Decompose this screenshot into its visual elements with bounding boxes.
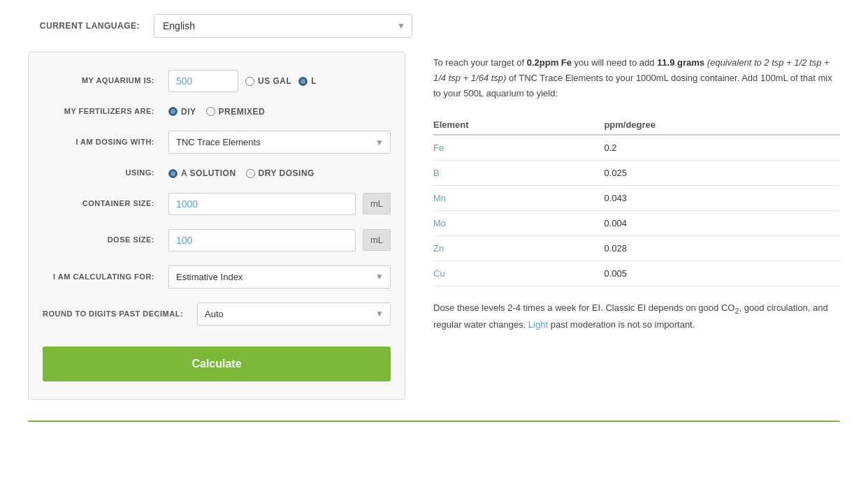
table-row: Mo0.004 — [433, 211, 840, 236]
solution-label: A SOLUTION — [181, 168, 236, 178]
rounding-select[interactable]: Auto 0 1 2 3 4 — [197, 302, 391, 326]
fertilizers-label: MY FERTILIZERS ARE: — [43, 106, 154, 117]
container-controls: mL — [168, 193, 391, 215]
usgal-label: US GAL — [258, 76, 291, 86]
aquarium-label: MY AQUARIUM IS: — [43, 75, 154, 86]
premixed-radio-label[interactable]: PREMIXED — [206, 107, 266, 117]
dosing-row: I AM DOSING WITH: TNC Trace Elements ▼ — [43, 131, 391, 154]
solution-radio[interactable] — [168, 169, 178, 178]
language-select[interactable]: EnglishSpanishFrenchGermanPortuguese — [154, 14, 412, 38]
dose-label: DOSE SIZE: — [43, 235, 154, 245]
footer-pre: Dose these levels 2-4 times a week for E… — [433, 302, 735, 313]
element-cell: Zn — [433, 236, 604, 261]
element-column-header: Element — [433, 115, 604, 135]
fertilizers-controls: DIY PREMIXED — [168, 107, 391, 117]
dosing-select[interactable]: TNC Trace Elements — [168, 131, 391, 154]
dosing-label: I AM DOSING WITH: — [43, 137, 154, 147]
ppm-cell: 0.025 — [604, 161, 840, 186]
calculating-label: I AM CALCULATING FOR: — [43, 272, 154, 282]
container-input[interactable] — [168, 193, 356, 215]
results-table-body: Fe0.2B0.025Mn0.043Mo0.004Zn0.028Cu0.005 — [433, 135, 840, 286]
ppm-cell: 0.028 — [604, 236, 840, 261]
table-header: Element ppm/degree — [433, 115, 840, 135]
ppm-cell: 0.005 — [604, 261, 840, 286]
result-summary: To reach your target of 0.2ppm Fe you wi… — [433, 55, 839, 101]
premixed-radio[interactable] — [206, 107, 215, 116]
language-selector[interactable]: EnglishSpanishFrenchGermanPortuguese ▼ — [154, 14, 412, 38]
dose-input[interactable] — [168, 229, 356, 251]
calculator-panel: MY AQUARIUM IS: US GAL L MY FERTILIZERS … — [28, 52, 405, 400]
dry-radio[interactable] — [246, 169, 255, 178]
dry-radio-label[interactable]: DRY DOSING — [246, 168, 314, 178]
table-row: Zn0.028 — [433, 236, 840, 261]
container-row: CONTAINER SIZE: mL — [43, 193, 391, 215]
using-row: USING: A SOLUTION DRY DOSING — [43, 168, 391, 178]
element-cell: Cu — [433, 261, 604, 286]
premixed-label: PREMIXED — [219, 107, 266, 117]
rounding-row: ROUND TO DIGITS PAST DECIMAL: Auto 0 1 2… — [43, 302, 391, 326]
aquarium-input[interactable] — [168, 70, 238, 92]
solution-radio-label[interactable]: A SOLUTION — [168, 168, 236, 178]
table-row: Cu0.005 — [433, 261, 840, 286]
diy-label: DIY — [181, 107, 196, 117]
language-label: CURRENT LANGUAGE: — [28, 21, 140, 31]
ppm-column-header: ppm/degree — [604, 115, 840, 135]
dosing-select-wrapper[interactable]: TNC Trace Elements ▼ — [168, 131, 391, 154]
ppm-cell: 0.043 — [604, 186, 840, 211]
bottom-divider — [28, 421, 840, 422]
light-highlight: Light — [528, 319, 548, 330]
ppm-cell: 0.004 — [604, 211, 840, 236]
dry-label: DRY DOSING — [259, 168, 314, 178]
usgal-radio-label[interactable]: US GAL — [245, 76, 291, 86]
summary-pre: To reach your target of — [433, 57, 527, 68]
table-row: B0.025 — [433, 161, 840, 186]
using-label: USING: — [43, 168, 154, 178]
litre-radio-label[interactable]: L — [298, 76, 317, 86]
usgal-radio[interactable] — [245, 77, 254, 86]
aquarium-row: MY AQUARIUM IS: US GAL L — [43, 70, 391, 92]
calculating-select-wrapper[interactable]: Estimative Index ▼ — [168, 265, 391, 289]
ppm-cell: 0.2 — [604, 135, 840, 161]
diy-radio[interactable] — [168, 107, 178, 116]
calculate-button[interactable]: Calculate — [43, 346, 391, 381]
rounding-select-wrapper[interactable]: Auto 0 1 2 3 4 ▼ — [197, 302, 391, 326]
container-label: CONTAINER SIZE: — [43, 198, 154, 209]
result-footer: Dose these levels 2-4 times a week for E… — [433, 300, 839, 333]
using-controls: A SOLUTION DRY DOSING — [168, 168, 391, 178]
grams-value: 11.9 grams — [657, 57, 704, 68]
litre-radio[interactable] — [298, 77, 308, 86]
element-cell: Mo — [433, 211, 604, 236]
fertilizers-row: MY FERTILIZERS ARE: DIY PREMIXED — [43, 106, 391, 117]
target-value: 0.2ppm Fe — [527, 57, 572, 68]
container-unit-badge: mL — [363, 193, 391, 214]
element-cell: B — [433, 161, 604, 186]
footer-post: past moderation is not so important. — [548, 319, 695, 330]
element-cell: Mn — [433, 186, 604, 211]
diy-radio-label[interactable]: DIY — [168, 107, 196, 117]
aquarium-controls: US GAL L — [168, 70, 391, 92]
table-row: Mn0.043 — [433, 186, 840, 211]
results-panel: To reach your target of 0.2ppm Fe you wi… — [433, 52, 840, 336]
results-table: Element ppm/degree Fe0.2B0.025Mn0.043Mo0… — [433, 115, 840, 286]
dose-unit-badge: mL — [363, 229, 391, 251]
dose-row: DOSE SIZE: mL — [43, 229, 391, 251]
table-row: Fe0.2 — [433, 135, 840, 161]
element-cell: Fe — [433, 135, 604, 161]
calculating-select[interactable]: Estimative Index — [168, 265, 391, 289]
calculating-row: I AM CALCULATING FOR: Estimative Index ▼ — [43, 265, 391, 289]
dose-controls: mL — [168, 229, 391, 251]
summary-mid1: you will need to add — [572, 57, 657, 68]
litre-label: L — [311, 76, 317, 86]
rounding-label: ROUND TO DIGITS PAST DECIMAL: — [43, 309, 183, 319]
